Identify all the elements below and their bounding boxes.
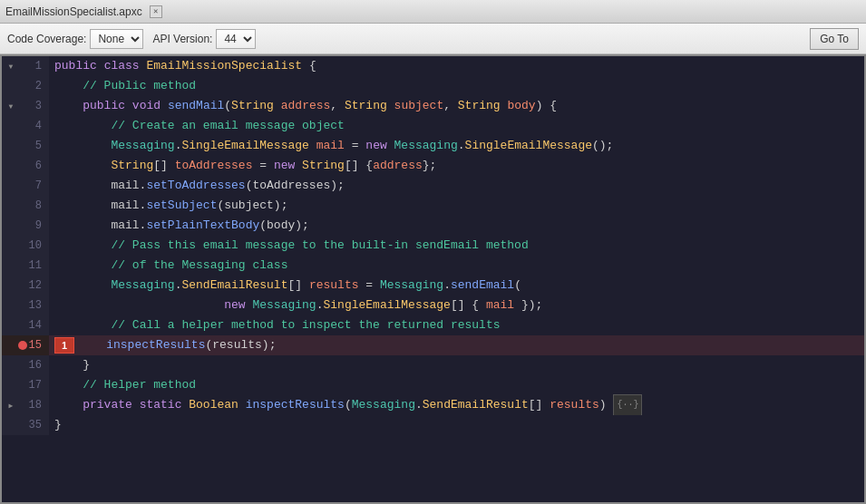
line-number-17: 17: [29, 379, 42, 392]
line-number-2: 2: [35, 80, 42, 92]
toolbar: Code Coverage: None API Version: 44 Go T…: [0, 24, 866, 54]
line-row-7: 7 mail.setToAddresses(toAddresses);: [2, 176, 864, 196]
line-gutter-3: ▼ 3: [2, 96, 49, 116]
line-number-1: 1: [35, 60, 42, 73]
line-number-16: 16: [29, 359, 42, 372]
line-gutter-9: 9: [2, 216, 49, 236]
line-gutter-14: 14: [2, 315, 49, 335]
api-version-select[interactable]: 44: [216, 29, 256, 49]
line-gutter-10: 10: [2, 236, 49, 256]
line-number-13: 13: [29, 299, 42, 312]
line-content-16: }: [49, 355, 864, 375]
close-button[interactable]: ✕: [150, 5, 162, 18]
line-content-12: Messaging.SendEmailResult[] results = Me…: [49, 276, 864, 296]
line-row-35: 35 }: [2, 415, 864, 435]
line-content-11: // of the Messaging class: [49, 256, 864, 276]
line-number-12: 12: [29, 279, 42, 292]
line-row-6: 6 String[] toAddresses = new String[] {a…: [2, 156, 864, 176]
line-number-15: 15: [29, 339, 42, 352]
line-content-7: mail.setToAddresses(toAddresses);: [49, 176, 864, 196]
line-gutter-4: 4: [2, 116, 49, 136]
line-gutter-12: 12: [2, 276, 49, 296]
line-row-13: 13 new Messaging.SingleEmailMessage[] { …: [2, 296, 864, 315]
line-content-18: private static Boolean inspectResults(Me…: [49, 395, 864, 415]
line-content-6: String[] toAddresses = new String[] {add…: [49, 156, 864, 176]
line-gutter-8: 8: [2, 196, 49, 216]
line-row-10: 10 // Pass this email message to the bui…: [2, 236, 864, 256]
line-row-1: ▼ 1 public class EmailMissionSpecialist …: [2, 56, 864, 76]
line-content-35: }: [49, 415, 864, 435]
code-coverage-group: Code Coverage: None: [7, 29, 143, 49]
line-content-2: // Public method: [49, 76, 864, 96]
line-gutter-2: 2: [2, 76, 49, 96]
line-content-1: public class EmailMissionSpecialist {: [49, 56, 864, 76]
code-coverage-label: Code Coverage:: [7, 33, 86, 45]
collapse-arrow-1[interactable]: ▼: [5, 61, 16, 72]
line-gutter-35: 35: [2, 415, 49, 435]
line-row-3: ▼ 3 public void sendMail(String address,…: [2, 96, 864, 116]
breakpoint-dot-15: [18, 341, 27, 350]
line-row-18: ▶ 18 private static Boolean inspectResul…: [2, 395, 864, 415]
line-row-16: 16 }: [2, 355, 864, 375]
line-content-3: public void sendMail(String address, Str…: [49, 96, 864, 116]
line-number-3: 3: [35, 100, 42, 112]
line-row-11: 11 // of the Messaging class: [2, 256, 864, 276]
api-version-group: API Version: 44: [152, 29, 256, 49]
code-coverage-select[interactable]: None: [90, 29, 143, 49]
line-row-5: 5 Messaging.SingleEmailMessage mail = ne…: [2, 136, 864, 156]
line-gutter-16: 16: [2, 355, 49, 375]
line-number-11: 11: [29, 259, 42, 272]
line-gutter-7: 7: [2, 176, 49, 196]
line-content-5: Messaging.SingleEmailMessage mail = new …: [49, 136, 864, 156]
line-gutter-18: ▶ 18: [2, 395, 49, 415]
title-bar: EmailMissionSpecialist.apxc ✕: [0, 0, 866, 24]
code-editor: ▼ 1 public class EmailMissionSpecialist …: [0, 54, 866, 504]
line-content-13: new Messaging.SingleEmailMessage[] { mai…: [49, 296, 864, 315]
line-number-5: 5: [35, 140, 42, 152]
line-row-8: 8 mail.setSubject(subject);: [2, 196, 864, 216]
line-number-8: 8: [35, 199, 42, 212]
close-icon: ✕: [153, 6, 158, 16]
collapse-arrow-18[interactable]: ▶: [5, 400, 16, 411]
line-number-18: 18: [29, 399, 42, 412]
line-number-4: 4: [35, 120, 42, 132]
line-number-14: 14: [29, 319, 42, 332]
collapse-arrow-3[interactable]: ▼: [5, 101, 16, 111]
line-gutter-1: ▼ 1: [2, 56, 49, 76]
line-row-17: 17 // Helper method: [2, 375, 864, 395]
line-number-35: 35: [29, 419, 42, 431]
line-content-15: 1 inspectResults(results);: [49, 335, 864, 355]
go-to-button[interactable]: Go To: [810, 28, 859, 50]
line-row-4: 4 // Create an email message object: [2, 116, 864, 136]
line-content-4: // Create an email message object: [49, 116, 864, 136]
code-container: ▼ 1 public class EmailMissionSpecialist …: [2, 56, 864, 502]
line-gutter-6: 6: [2, 156, 49, 176]
line-row-2: 2 // Public method: [2, 76, 864, 96]
line-gutter-15: 15: [2, 335, 49, 355]
line-gutter-13: 13: [2, 296, 49, 315]
line-row-15: 15 1 inspectResults(results);: [2, 335, 864, 355]
line-content-8: mail.setSubject(subject);: [49, 196, 864, 216]
line-content-17: // Helper method: [49, 375, 864, 395]
line-row-14: 14 // Call a helper method to inspect th…: [2, 315, 864, 335]
line-row-12: 12 Messaging.SendEmailResult[] results =…: [2, 276, 864, 296]
line-gutter-5: 5: [2, 136, 49, 156]
line-number-10: 10: [29, 239, 42, 252]
line-content-14: // Call a helper method to inspect the r…: [49, 315, 864, 335]
line-gutter-17: 17: [2, 375, 49, 395]
line-content-10: // Pass this email message to the built-…: [49, 236, 864, 256]
api-version-label: API Version:: [152, 33, 212, 45]
line-content-9: mail.setPlainTextBody(body);: [49, 216, 864, 236]
line-number-9: 9: [35, 219, 42, 232]
line-number-6: 6: [35, 160, 42, 172]
line-number-7: 7: [35, 179, 42, 192]
tab-label: EmailMissionSpecialist.apxc: [5, 5, 142, 18]
breakpoint-badge-15: 1: [54, 337, 74, 354]
line-gutter-11: 11: [2, 256, 49, 276]
line-row-9: 9 mail.setPlainTextBody(body);: [2, 216, 864, 236]
